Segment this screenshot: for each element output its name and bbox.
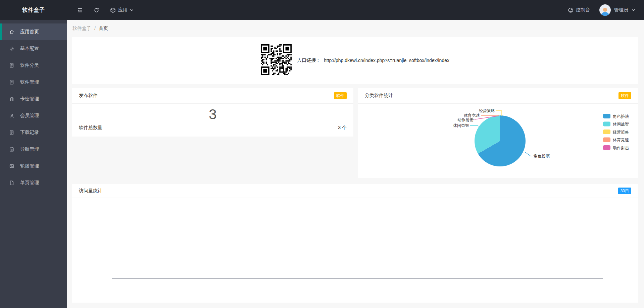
sidebar-item-2[interactable]: 基本配置 xyxy=(0,40,67,57)
cube-icon xyxy=(110,7,116,13)
pie-label: 经营策略 xyxy=(479,108,495,113)
sidebar-item-1[interactable]: 应用首页 xyxy=(0,23,67,40)
visits-stats-card: 访问量统计 30日 xyxy=(72,184,638,303)
visits-chart-x-axis xyxy=(112,278,603,278)
console-button[interactable]: 控制台 xyxy=(568,7,590,13)
svg-text:角色扮演: 角色扮演 xyxy=(612,114,629,119)
main-content: 软件盒子 / 首页 入口链接： http://php.dkewl.cn/inde… xyxy=(67,20,644,308)
pie-label: 休闲益智 xyxy=(453,123,469,128)
pie-label: 角色扮演 xyxy=(533,154,550,158)
legend-item[interactable]: 角色扮演 xyxy=(603,114,629,119)
chevron-down-icon xyxy=(632,9,635,11)
sidebar-item-label: 应用首页 xyxy=(20,29,39,35)
sidebar-item-5[interactable]: 卡密管理 xyxy=(0,91,67,107)
breadcrumb: 软件盒子 / 首页 xyxy=(67,20,644,37)
breadcrumb-root[interactable]: 软件盒子 xyxy=(72,25,91,32)
sidebar-item-label: 基本配置 xyxy=(20,46,39,52)
sidebar-item-label: 软件管理 xyxy=(20,79,39,85)
sidebar-item-label: 单页管理 xyxy=(20,180,39,186)
breadcrumb-separator: / xyxy=(94,26,96,31)
legend-item[interactable]: 动作射击 xyxy=(603,145,629,150)
sidebar-item-label: 软件分类 xyxy=(20,62,39,68)
publish-card-title: 发布软件 xyxy=(79,93,98,99)
sidebar-item-3[interactable]: 软件分类 xyxy=(0,57,67,74)
svg-text:动作射击: 动作射击 xyxy=(613,146,629,150)
sidebar-item-label: 会员管理 xyxy=(20,113,39,119)
svg-text:经营策略: 经营策略 xyxy=(613,130,629,135)
legend-item[interactable]: 体育竞速 xyxy=(603,138,629,143)
entry-link-label: 入口链接： xyxy=(297,57,320,63)
layers-icon xyxy=(9,96,14,102)
sidebar-item-10[interactable]: 单页管理 xyxy=(0,174,67,191)
qr-code xyxy=(261,44,292,76)
user-menu[interactable]: 管理员 xyxy=(599,4,635,16)
svg-text:休闲益智: 休闲益智 xyxy=(613,122,629,126)
software-total-value: 3 个 xyxy=(338,125,347,131)
legend-item[interactable]: 经营策略 xyxy=(603,130,629,135)
app-logo[interactable]: 软件盒子 xyxy=(0,7,67,14)
clipboard-icon xyxy=(9,147,14,152)
category-card-title: 分类软件统计 xyxy=(365,93,393,99)
sidebar-item-label: 下载记录 xyxy=(20,130,39,136)
sidebar-item-9[interactable]: 轮播管理 xyxy=(0,158,67,174)
top-navbar: 软件盒子 应用 控制台 xyxy=(0,0,644,20)
console-label: 控制台 xyxy=(576,7,590,13)
publish-software-card: 发布软件 软件 3 软件总数量 3 个 xyxy=(72,88,353,137)
sidebar-item-label: 卡密管理 xyxy=(20,96,39,102)
legend-item[interactable]: 休闲益智 xyxy=(603,122,629,127)
collapse-menu-icon[interactable] xyxy=(77,7,83,13)
dashboard-icon xyxy=(568,7,574,13)
sidebar-item-label: 轮播管理 xyxy=(20,163,39,169)
document-icon xyxy=(9,80,14,85)
user-icon xyxy=(9,113,14,118)
refresh-icon[interactable] xyxy=(94,7,99,13)
document-icon xyxy=(9,130,14,135)
pie-label-leader xyxy=(496,111,502,116)
sidebar-item-label: 导航管理 xyxy=(20,146,39,152)
category-pie-chart[interactable]: 经营策略体育竞速动作射击休闲益智角色扮演角色扮演休闲益智经营策略体育竞速动作射击 xyxy=(358,104,638,178)
app-menu-label: 应用 xyxy=(118,7,128,13)
entry-link-card: 入口链接： http://php.dkewl.cn/index.php?s=ru… xyxy=(72,37,638,84)
software-badge: 软件 xyxy=(334,92,347,99)
sidebar-item-4[interactable]: 软件管理 xyxy=(0,74,67,91)
sidebar-item-6[interactable]: 会员管理 xyxy=(0,107,67,124)
user-label: 管理员 xyxy=(614,7,628,13)
breadcrumb-current: 首页 xyxy=(99,25,108,32)
app-menu[interactable]: 应用 xyxy=(110,7,134,13)
sidebar-item-8[interactable]: 导航管理 xyxy=(0,141,67,158)
pie-label: 动作射击 xyxy=(457,117,474,122)
pie-label-leader xyxy=(525,152,533,156)
software-total-label: 软件总数量 xyxy=(79,125,102,131)
image-icon xyxy=(9,163,14,169)
sidebar-nav: 应用首页基本配置软件分类软件管理卡密管理会员管理下载记录导航管理轮播管理单页管理 xyxy=(0,20,67,308)
gear-icon xyxy=(9,46,14,51)
avatar xyxy=(599,4,611,16)
document-icon xyxy=(9,63,14,68)
entry-link-url: http://php.dkewl.cn/index.php?s=ruanjie_… xyxy=(324,58,449,63)
home-icon xyxy=(9,29,14,35)
software-badge: 软件 xyxy=(618,92,631,99)
file-icon xyxy=(9,180,14,186)
sidebar-item-7[interactable]: 下载记录 xyxy=(0,124,67,141)
category-stats-card: 分类软件统计 软件 经营策略体育竞速动作射击休闲益智角色扮演角色扮演休闲益智经营… xyxy=(358,88,638,178)
pie-label: 体育竞速 xyxy=(464,113,480,118)
chevron-down-icon xyxy=(130,9,134,11)
software-count: 3 xyxy=(72,106,353,122)
visits-card-title: 访问量统计 xyxy=(79,188,102,194)
svg-text:体育竞速: 体育竞速 xyxy=(613,138,629,142)
period-badge: 30日 xyxy=(618,188,631,194)
